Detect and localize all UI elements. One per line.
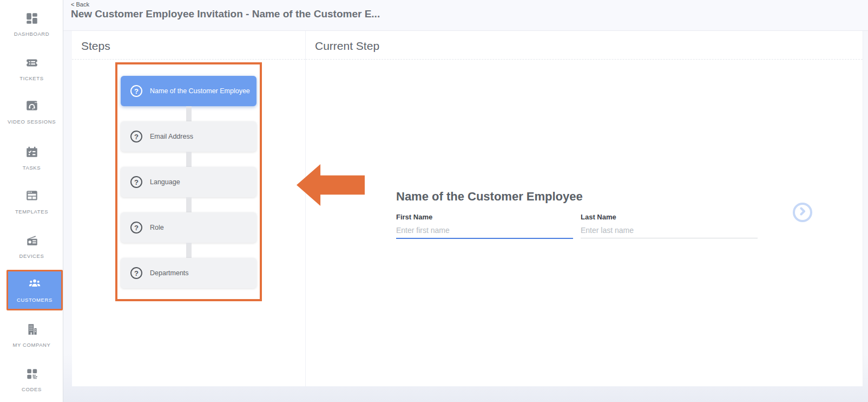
current-step-heading: Current Step [306, 31, 863, 60]
page-title: New Customer Employee Invitation - Name … [71, 8, 380, 20]
step-item-language[interactable]: ? Language [121, 167, 257, 197]
last-name-label: Last Name [581, 213, 758, 221]
step-connector [186, 197, 192, 212]
steps-panel: Steps ? Name of the Customer Employee ? … [72, 31, 306, 386]
question-icon: ? [130, 85, 142, 97]
step-item-role[interactable]: ? Role [121, 212, 257, 243]
chevron-right-icon [798, 207, 807, 218]
sidebar-item-label: TICKETS [19, 75, 43, 82]
steps-highlight-box: ? Name of the Customer Employee ? Email … [115, 62, 262, 301]
sidebar-item-tickets[interactable]: TICKETS [0, 49, 63, 82]
last-name-input[interactable] [581, 224, 758, 238]
sidebar-item-dashboard[interactable]: DASHBOARD [0, 4, 63, 38]
sidebar-item-label: VIDEO SESSIONS [8, 119, 56, 126]
step-connector [186, 106, 192, 121]
step-label: Name of the Customer Employee [150, 87, 250, 95]
step-connector [186, 243, 192, 258]
last-name-field: Last Name [581, 213, 758, 239]
step-label: Email Address [150, 133, 193, 140]
sidebar-item-video-sessions[interactable]: VIDEO SESSIONS [0, 92, 63, 126]
step-item-name-of-customer-employee[interactable]: ? Name of the Customer Employee [121, 76, 257, 106]
sidebar-item-label: DEVICES [19, 253, 44, 260]
my-company-icon [25, 322, 39, 339]
sidebar-item-label: DASHBOARD [14, 31, 50, 38]
templates-icon [25, 189, 39, 205]
first-name-field: First Name [396, 213, 573, 239]
first-name-label: First Name [396, 213, 573, 221]
sidebar-item-label: TASKS [23, 165, 41, 172]
current-step-panel: Current Step Name of the Customer Employ… [306, 31, 863, 386]
video-sessions-icon [25, 99, 39, 115]
step-item-email-address[interactable]: ? Email Address [121, 121, 257, 152]
question-icon: ? [130, 131, 142, 142]
next-step-button[interactable] [793, 203, 812, 222]
sidebar-item-label: MY COMPANY [12, 342, 50, 349]
sidebar-item-tasks[interactable]: TASKS [0, 138, 63, 172]
first-name-input[interactable] [396, 224, 573, 239]
sidebar-item-customers[interactable]: CUSTOMERS [6, 270, 63, 310]
tickets-icon [25, 56, 39, 72]
question-icon: ? [130, 176, 142, 188]
codes-icon [25, 367, 39, 383]
sidebar-item-devices[interactable]: DEVICES [0, 226, 63, 260]
steps-panel-heading: Steps [72, 31, 305, 60]
tasks-icon [25, 145, 39, 161]
devices-icon [25, 234, 39, 250]
sidebar-item-codes[interactable]: CODES [0, 360, 63, 393]
sidebar-item-my-company[interactable]: MY COMPANY [0, 315, 63, 349]
sidebar-item-templates[interactable]: TEMPLATES [0, 182, 63, 216]
sidebar-item-label: CUSTOMERS [17, 297, 52, 304]
step-item-departments[interactable]: ? Departments [121, 258, 257, 288]
customers-icon [28, 276, 42, 293]
sidebar-item-label: CODES [22, 386, 42, 393]
top-header: < Back New Customer Employee Invitation … [63, 0, 868, 31]
name-form-row: First Name Last Name [396, 213, 758, 239]
question-icon: ? [130, 222, 142, 234]
sidebar: DASHBOARD TICKETS VIDEO SESSIONS TASKS T… [0, 0, 63, 402]
step-connector [186, 152, 192, 167]
step-label: Role [150, 224, 164, 231]
dashboard-icon [25, 11, 39, 28]
question-icon: ? [130, 267, 142, 279]
step-label: Language [150, 178, 180, 186]
form-title: Name of the Customer Employee [396, 190, 583, 204]
sidebar-item-label: TEMPLATES [15, 209, 48, 216]
back-link[interactable]: < Back [71, 1, 89, 8]
step-label: Departments [150, 269, 189, 277]
